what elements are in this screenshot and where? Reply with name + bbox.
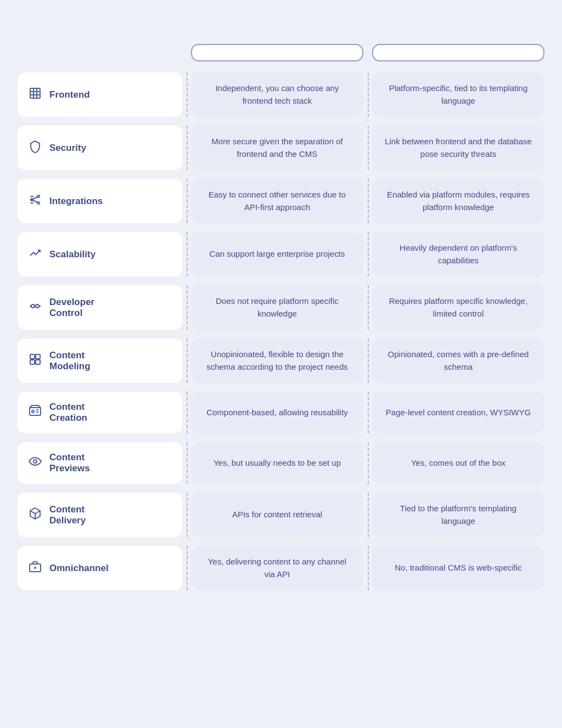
traditional-cms-header — [372, 44, 544, 61]
svg-point-6 — [31, 304, 35, 308]
traditional-cell-content-delivery: Tied to the platform's templating langua… — [372, 493, 544, 537]
svg-rect-11 — [36, 360, 40, 364]
dashed-divider-right-content-delivery — [368, 493, 369, 537]
row-integrations: Integrations Easy to connect other servi… — [18, 179, 544, 223]
headless-cell-wrapper-integrations: Easy to connect other services due to AP… — [191, 179, 363, 223]
traditional-cell-wrapper-frontend: Platform-specific, tied to its templatin… — [372, 72, 544, 117]
headless-cell-wrapper-developer-control: Does not require platform specific knowl… — [191, 285, 363, 330]
content-modeling-icon — [29, 353, 42, 369]
traditional-cell-wrapper-scalability: Heavily dependent on platform's capabili… — [372, 232, 544, 276]
comparison-table: Frontend Independent, you can choose any… — [18, 44, 544, 599]
headless-cell-wrapper-content-previews: Yes, but usually needs to be set up — [191, 442, 363, 484]
dashed-divider-left-scalability — [187, 232, 188, 276]
headless-cell-integrations: Easy to connect other services due to AP… — [191, 179, 363, 223]
headless-cell-wrapper-omnichannel: Yes, delivering content to any channel v… — [191, 546, 363, 590]
row-label-frontend: Frontend — [18, 72, 182, 117]
traditional-cell-developer-control: Requires platform specific knowledge, li… — [372, 285, 544, 330]
row-content-delivery: ContentDelivery APIs for content retriev… — [18, 493, 544, 537]
content-previews-icon — [29, 455, 42, 471]
row-label-content-previews: ContentPreviews — [18, 442, 182, 484]
traditional-cell-wrapper-security: Link between frontend and the database p… — [372, 126, 544, 170]
omnichannel-icon — [29, 560, 42, 577]
traditional-cell-integrations: Enabled via platform modules, requires p… — [372, 179, 544, 223]
traditional-cell-wrapper-omnichannel: No, traditional CMS is web-specific — [372, 546, 544, 590]
headless-cell-security: More secure given the separation of fron… — [191, 126, 363, 170]
dashed-divider-left-content-previews — [187, 442, 188, 484]
svg-point-7 — [36, 304, 39, 308]
dashed-divider-left-content-creation — [187, 392, 188, 433]
row-content-previews: ContentPreviews Yes, but usually needs t… — [18, 442, 544, 484]
dashed-divider-left-frontend — [187, 72, 188, 117]
row-label-content-delivery: ContentDelivery — [18, 493, 182, 537]
headless-cell-frontend: Independent, you can choose any frontend… — [191, 72, 363, 117]
svg-rect-0 — [30, 88, 40, 98]
header-empty — [18, 44, 182, 61]
headless-cell-wrapper-content-creation: Component-based, allowing reusability — [191, 392, 363, 433]
svg-rect-10 — [30, 360, 35, 364]
headless-cell-wrapper-security: More secure given the separation of fron… — [191, 126, 363, 170]
traditional-cell-wrapper-content-previews: Yes, comes out of the box — [372, 442, 544, 484]
header-row — [18, 44, 544, 61]
row-label-developer-control: DeveloperControl — [18, 285, 182, 330]
dashed-divider-left-content-modeling — [187, 338, 188, 383]
headless-cell-content-previews: Yes, but usually needs to be set up — [191, 442, 363, 484]
svg-point-3 — [37, 202, 40, 204]
traditional-cms-label — [372, 44, 544, 61]
security-icon — [29, 140, 42, 156]
integrations-icon — [29, 193, 42, 210]
svg-line-4 — [33, 197, 37, 199]
row-label-scalability: Scalability — [18, 232, 182, 276]
row-security: Security More secure given the separatio… — [18, 126, 544, 170]
dashed-divider-right-scalability — [368, 232, 369, 276]
dashed-divider-right-security — [368, 126, 369, 170]
headless-cell-content-modeling: Unopinionated, flexible to design the sc… — [191, 338, 363, 383]
svg-point-2 — [37, 195, 40, 197]
traditional-cell-scalability: Heavily dependent on platform's capabili… — [372, 232, 544, 276]
dashed-divider-right-omnichannel — [368, 546, 369, 590]
traditional-cell-wrapper-content-delivery: Tied to the platform's templating langua… — [372, 493, 544, 537]
traditional-cell-frontend: Platform-specific, tied to its templatin… — [372, 72, 544, 117]
rows-container: Frontend Independent, you can choose any… — [18, 72, 544, 599]
traditional-cell-omnichannel: No, traditional CMS is web-specific — [372, 546, 544, 590]
row-content-creation: ContentCreation Component-based, allowin… — [18, 392, 544, 433]
headless-cell-wrapper-content-delivery: APIs for content retrieval — [191, 493, 363, 537]
content-delivery-icon — [29, 507, 42, 523]
row-label-omnichannel: Omnichannel — [18, 546, 182, 590]
traditional-cell-content-creation: Page-level content creation, WYSIWYG — [372, 392, 544, 433]
traditional-cell-wrapper-content-modeling: Opinionated, comes with a pre-defined sc… — [372, 338, 544, 383]
headless-cell-developer-control: Does not require platform specific knowl… — [191, 285, 363, 330]
traditional-cell-security: Link between frontend and the database p… — [372, 126, 544, 170]
row-label-content-modeling: ContentModeling — [18, 338, 182, 383]
row-label-security: Security — [18, 126, 182, 170]
headless-cell-scalability: Can support large enterprise projects — [191, 232, 363, 276]
dashed-divider-left-developer-control — [187, 285, 188, 330]
row-label-content-creation: ContentCreation — [18, 392, 182, 433]
svg-point-14 — [33, 460, 37, 463]
dashed-divider-right-integrations — [368, 179, 369, 223]
dashed-divider-left-integrations — [187, 179, 188, 223]
content-creation-icon — [29, 404, 42, 421]
headless-cell-wrapper-scalability: Can support large enterprise projects — [191, 232, 363, 276]
dashed-divider-right-content-creation — [368, 392, 369, 433]
row-frontend: Frontend Independent, you can choose any… — [18, 72, 544, 117]
headless-cell-wrapper-content-modeling: Unopinionated, flexible to design the sc… — [191, 338, 363, 383]
headless-cms-label — [191, 44, 363, 61]
traditional-cell-content-modeling: Opinionated, comes with a pre-defined sc… — [372, 338, 544, 383]
scalability-icon — [29, 246, 42, 263]
svg-point-13 — [32, 410, 34, 413]
svg-rect-9 — [36, 354, 40, 359]
svg-rect-8 — [30, 354, 35, 359]
dashed-divider-right-content-modeling — [368, 338, 369, 383]
dashed-divider-left-security — [187, 126, 188, 170]
row-scalability: Scalability Can support large enterprise… — [18, 232, 544, 276]
dashed-divider-left-omnichannel — [187, 546, 188, 590]
developer-control-icon — [29, 300, 42, 316]
headless-cell-content-delivery: APIs for content retrieval — [191, 493, 363, 537]
frontend-icon — [29, 87, 42, 103]
row-content-modeling: ContentModeling Unopinionated, flexible … — [18, 338, 544, 383]
traditional-cell-wrapper-content-creation: Page-level content creation, WYSIWYG — [372, 392, 544, 433]
dashed-divider-right-content-previews — [368, 442, 369, 484]
traditional-cell-content-previews: Yes, comes out of the box — [372, 442, 544, 484]
dashed-divider-left-content-delivery — [187, 493, 188, 537]
dashed-divider-right-frontend — [368, 72, 369, 117]
